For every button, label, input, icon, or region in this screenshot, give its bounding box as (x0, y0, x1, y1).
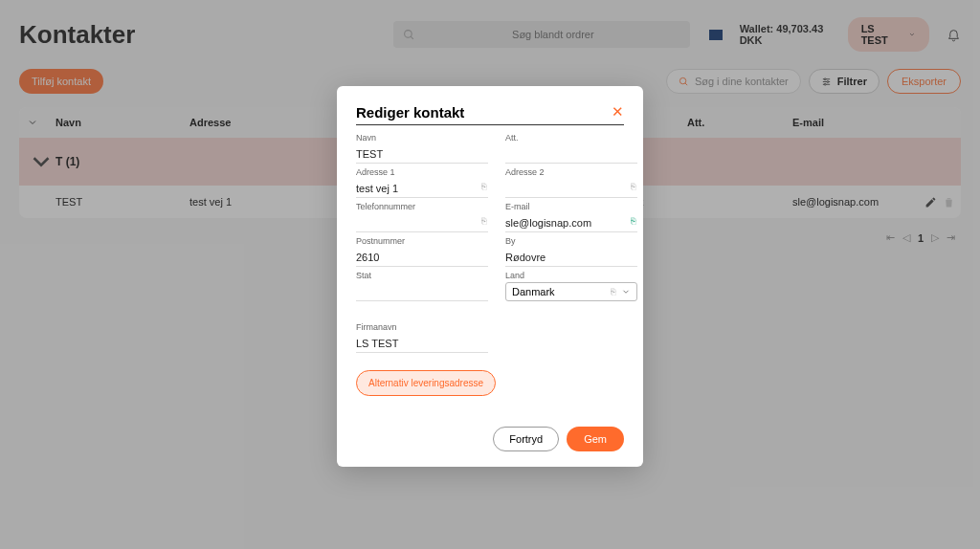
edit-field-icon: ⎘ (611, 287, 615, 296)
save-button[interactable]: Gem (567, 427, 624, 451)
postnr-field[interactable] (356, 249, 488, 267)
firma-field[interactable] (356, 335, 488, 353)
label-att: Att. (505, 133, 637, 143)
modal-title: Rediger kontakt (356, 104, 464, 121)
cancel-button[interactable]: Fortryd (493, 427, 559, 451)
close-icon[interactable]: ✕ (612, 103, 624, 121)
chevron-down-icon (621, 287, 631, 296)
label-email: E-mail (505, 202, 637, 211)
label-adresse1: Adresse 1 (356, 167, 488, 177)
att-field[interactable] (505, 145, 637, 164)
label-stat: Stat (356, 271, 488, 280)
label-telefon: Telefonnummer (356, 202, 488, 211)
label-land: Land (505, 271, 637, 280)
label-by: By (505, 236, 637, 246)
telefon-field[interactable] (356, 214, 488, 232)
alt-delivery-button[interactable]: Alternativ leveringsadresse (356, 370, 496, 396)
email-field[interactable] (505, 214, 637, 232)
navn-field[interactable] (356, 145, 488, 164)
land-value: Danmark (512, 286, 555, 297)
label-postnr: Postnummer (356, 236, 488, 246)
modal-overlay: Rediger kontakt ✕ Navn Att. Adresse 1 ⎘ … (0, 0, 980, 549)
edit-field-icon[interactable]: ⎘ (481, 216, 486, 226)
label-firma: Firmanavn (356, 322, 488, 332)
adresse1-field[interactable] (356, 180, 488, 198)
land-select[interactable]: Danmark ⎘ (505, 282, 637, 301)
edit-contact-modal: Rediger kontakt ✕ Navn Att. Adresse 1 ⎘ … (337, 86, 643, 467)
edit-field-icon[interactable]: ⎘ (481, 182, 486, 191)
adresse2-field[interactable] (505, 180, 637, 198)
label-navn: Navn (356, 133, 488, 143)
label-adresse2: Adresse 2 (505, 167, 637, 177)
by-field[interactable] (505, 249, 637, 267)
edit-field-icon[interactable]: ⎘ (631, 182, 635, 191)
edit-field-icon[interactable]: ⎘ (631, 216, 635, 226)
stat-field[interactable] (356, 283, 488, 301)
